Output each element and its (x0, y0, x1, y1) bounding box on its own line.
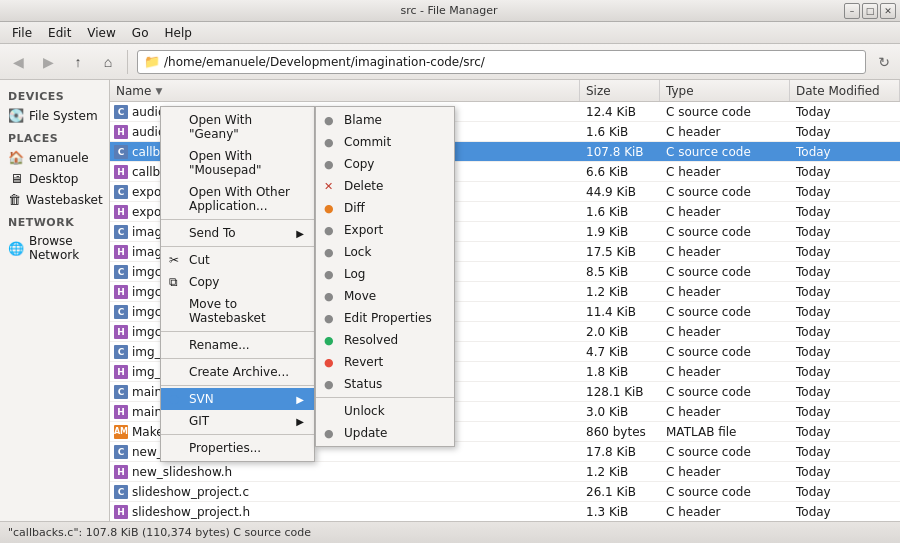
svn-blame[interactable]: ● Blame (316, 109, 454, 131)
file-date: Today (790, 185, 900, 199)
svn-delete[interactable]: ✕ Delete (316, 175, 454, 197)
ctx-open-geany[interactable]: Open With "Geany" (161, 109, 314, 145)
forward-button[interactable]: ▶ (34, 48, 62, 76)
svn-copy[interactable]: ● Copy (316, 153, 454, 175)
file-type-icon: H (114, 405, 128, 419)
home-folder-icon: 🏠 (8, 150, 24, 165)
menu-file[interactable]: File (4, 24, 40, 42)
menu-edit[interactable]: Edit (40, 24, 79, 42)
svn-log[interactable]: ● Log (316, 263, 454, 285)
file-type: C source code (660, 265, 790, 279)
svn-export[interactable]: ● Export (316, 219, 454, 241)
file-type-icon: C (114, 345, 128, 359)
file-date: Today (790, 445, 900, 459)
update-icon: ● (324, 427, 334, 440)
table-row[interactable]: H new_slideshow.h 1.2 KiB C header Today (110, 462, 900, 482)
menu-view[interactable]: View (79, 24, 123, 42)
svn-lock[interactable]: ● Lock (316, 241, 454, 263)
minimize-button[interactable]: – (844, 3, 860, 19)
diff-icon: ● (324, 202, 334, 215)
file-size: 4.7 KiB (580, 345, 660, 359)
svn-sep-1 (316, 397, 454, 398)
ctx-send-to[interactable]: Send To ▶ (161, 222, 314, 244)
table-row[interactable]: H slideshow_project.h 1.3 KiB C header T… (110, 502, 900, 521)
file-date: Today (790, 385, 900, 399)
svn-unlock[interactable]: Unlock (316, 400, 454, 422)
sidebar: DEVICES 💽 File System PLACES 🏠 emanuele … (0, 80, 110, 521)
file-type-icon: H (114, 325, 128, 339)
sidebar-item-browse-network[interactable]: 🌐 Browse Network (0, 231, 109, 265)
file-name: slideshow_project.c (132, 485, 249, 499)
svn-commit[interactable]: ● Commit (316, 131, 454, 153)
file-type-icon: C (114, 305, 128, 319)
sidebar-item-wastebasket[interactable]: 🗑 Wastebasket (0, 189, 109, 210)
home-button[interactable]: ⌂ (94, 48, 122, 76)
file-type: C header (660, 365, 790, 379)
file-date: Today (790, 145, 900, 159)
sidebar-item-desktop[interactable]: 🖥 Desktop (0, 168, 109, 189)
svn-move[interactable]: ● Move (316, 285, 454, 307)
file-size: 3.0 KiB (580, 405, 660, 419)
export-icon: ● (324, 224, 334, 237)
ctx-copy[interactable]: ⧉ Copy (161, 271, 314, 293)
svn-diff[interactable]: ● Diff (316, 197, 454, 219)
ctx-rename[interactable]: Rename... (161, 334, 314, 356)
ctx-git[interactable]: GIT ▶ (161, 410, 314, 432)
menu-help[interactable]: Help (156, 24, 199, 42)
sidebar-item-emanuele[interactable]: 🏠 emanuele (0, 147, 109, 168)
file-size: 1.3 KiB (580, 505, 660, 519)
file-date: Today (790, 265, 900, 279)
col-header-type[interactable]: Type (660, 80, 790, 101)
ctx-create-archive[interactable]: Create Archive... (161, 361, 314, 383)
ctx-move-wastebasket[interactable]: Move to Wastebasket (161, 293, 314, 329)
file-size: 2.0 KiB (580, 325, 660, 339)
file-size: 128.1 KiB (580, 385, 660, 399)
file-type-icon: H (114, 165, 128, 179)
file-type: C header (660, 325, 790, 339)
resolved-icon: ● (324, 334, 334, 347)
col-header-date[interactable]: Date Modified (790, 80, 900, 101)
file-size: 1.2 KiB (580, 465, 660, 479)
log-icon: ● (324, 268, 334, 281)
statusbar: "callbacks.c": 107.8 KiB (110,374 bytes)… (0, 521, 900, 543)
up-button[interactable]: ↑ (64, 48, 92, 76)
table-row[interactable]: C slideshow_project.c 26.1 KiB C source … (110, 482, 900, 502)
svn-resolved[interactable]: ● Resolved (316, 329, 454, 351)
location-bar[interactable]: 📁 /home/emanuele/Development/imagination… (137, 50, 866, 74)
svn-status[interactable]: ● Status (316, 373, 454, 395)
desktop-icon: 🖥 (8, 171, 24, 186)
svn-revert[interactable]: ● Revert (316, 351, 454, 373)
file-type-icon: C (114, 385, 128, 399)
reload-button[interactable]: ↻ (872, 50, 896, 74)
svn-update[interactable]: ● Update (316, 422, 454, 444)
ctx-open-mousepad[interactable]: Open With "Mousepad" (161, 145, 314, 181)
network-label: NETWORK (0, 210, 109, 231)
col-header-size[interactable]: Size (580, 80, 660, 101)
file-type-icon: AM (114, 425, 128, 439)
file-size: 11.4 KiB (580, 305, 660, 319)
col-header-name[interactable]: Name ▼ (110, 80, 580, 101)
svn-arrow: ▶ (296, 394, 304, 405)
file-date: Today (790, 105, 900, 119)
ctx-svn[interactable]: ● SVN ▶ (161, 388, 314, 410)
file-date: Today (790, 205, 900, 219)
file-type: C source code (660, 305, 790, 319)
svn-edit-properties[interactable]: ● Edit Properties (316, 307, 454, 329)
wastebasket-icon: 🗑 (8, 192, 21, 207)
menu-go[interactable]: Go (124, 24, 157, 42)
file-size: 1.6 KiB (580, 205, 660, 219)
ctx-open-other[interactable]: Open With Other Application... (161, 181, 314, 217)
close-button[interactable]: ✕ (880, 3, 896, 19)
sidebar-item-filesystem[interactable]: 💽 File System (0, 105, 109, 126)
file-type-icon: H (114, 245, 128, 259)
file-date: Today (790, 505, 900, 519)
revert-icon: ● (324, 356, 334, 369)
back-button[interactable]: ◀ (4, 48, 32, 76)
file-type: C header (660, 405, 790, 419)
maximize-button[interactable]: □ (862, 3, 878, 19)
cut-icon: ✂ (169, 253, 179, 267)
file-type: C header (660, 465, 790, 479)
ctx-cut[interactable]: ✂ Cut (161, 249, 314, 271)
file-name-cell: C slideshow_project.c (110, 485, 580, 499)
ctx-properties[interactable]: Properties... (161, 437, 314, 459)
